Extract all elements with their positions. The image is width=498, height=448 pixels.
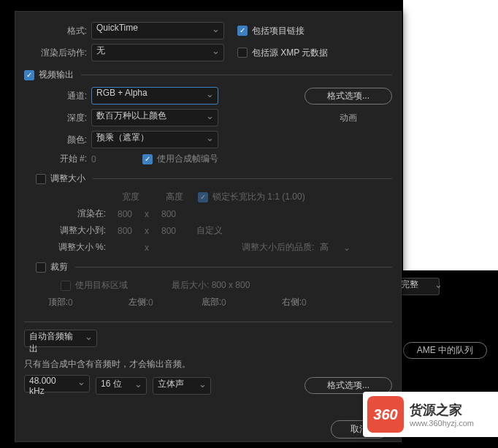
- render-height: 800: [154, 209, 183, 219]
- anim-label: 动画: [304, 112, 392, 124]
- channel-label: 通道:: [24, 90, 91, 102]
- crop-left-value: 0: [148, 297, 170, 308]
- video-output-checkbox[interactable]: [24, 70, 34, 80]
- width-header: 宽度: [116, 191, 145, 203]
- resize-to-label: 调整大小到:: [24, 224, 110, 237]
- crop-top-value: 0: [68, 297, 90, 308]
- lock-aspect-checkbox: [198, 192, 208, 202]
- start-num-value: 0: [91, 154, 113, 164]
- use-comp-frame-checkbox[interactable]: [142, 154, 153, 164]
- output-module-dialog: 格式: QuickTime 包括项目链接 渲染后动作: 无 包括源 XMP 元数…: [15, 11, 402, 442]
- use-target-area-label: 使用目标区域: [75, 279, 128, 292]
- x-sep-3: x: [139, 243, 154, 253]
- depth-label: 深度:: [24, 112, 91, 124]
- crop-checkbox[interactable]: [36, 262, 46, 273]
- crop-top-label: 顶部:: [24, 296, 68, 308]
- include-xmp-label: 包括源 XMP 元数据: [252, 47, 328, 59]
- lock-aspect-label: 锁定长宽比为 1:1 (1.00): [212, 191, 305, 203]
- crop-label: 裁剪: [50, 261, 68, 273]
- color-label: 颜色:: [24, 134, 91, 146]
- watermark-url: www.360hyzj.com: [410, 419, 474, 428]
- resize-height: 800: [154, 226, 183, 236]
- video-format-options-button[interactable]: 格式选项...: [304, 88, 392, 105]
- use-target-area-checkbox: [61, 281, 71, 291]
- bg-full-select[interactable]: 完整: [396, 278, 440, 295]
- audio-channels-select[interactable]: 立体声: [153, 377, 211, 395]
- resize-width: 800: [110, 226, 139, 236]
- audio-mode-select[interactable]: 自动音频输出: [24, 330, 97, 347]
- resize-pct-label: 调整大小 %:: [24, 241, 110, 254]
- crop-bottom-value: 0: [221, 297, 243, 308]
- crop-right-label: 右侧:: [243, 296, 302, 308]
- ame-queue-button[interactable]: AME 中的队列: [403, 342, 487, 359]
- depth-select[interactable]: 数百万种以上颜色: [91, 109, 218, 126]
- crop-right-value: 0: [302, 297, 323, 308]
- x-sep-1: x: [139, 209, 154, 219]
- video-output-label: 视频输出: [39, 69, 74, 81]
- format-label: 格式:: [24, 25, 91, 37]
- resize-quality-value: 高: [320, 241, 329, 254]
- crop-bottom-label: 底部:: [170, 296, 221, 308]
- audio-bit-select[interactable]: 16 位: [96, 377, 147, 395]
- crop-left-label: 左侧:: [90, 296, 148, 308]
- final-size-label: 最后大小: 800 x 800: [172, 279, 250, 292]
- x-sep-2: x: [139, 226, 154, 236]
- color-select[interactable]: 预乘（遮罩）: [91, 131, 218, 148]
- render-width: 800: [110, 209, 139, 219]
- custom-preset: 自定义: [196, 224, 223, 237]
- watermark: 360 货源之家 www.360hyzj.com: [363, 392, 498, 437]
- resize-quality-label: 调整大小后的品质:: [242, 241, 314, 254]
- render-action-label: 渲染后动作:: [24, 47, 91, 59]
- audio-note: 只有当合成中含有音频时，才会输出音频。: [24, 358, 191, 371]
- include-link-checkbox[interactable]: [237, 26, 248, 36]
- preview-area: [403, 0, 498, 270]
- render-at-label: 渲染在:: [24, 208, 110, 220]
- watermark-title: 货源之家: [410, 401, 474, 419]
- height-header: 高度: [160, 191, 189, 203]
- resize-label: 调整大小: [50, 172, 85, 185]
- watermark-badge: 360: [367, 396, 404, 433]
- channel-select[interactable]: RGB + Alpha: [91, 87, 218, 105]
- use-comp-frame-label: 使用合成帧编号: [157, 153, 218, 165]
- include-xmp-checkbox[interactable]: [237, 48, 248, 58]
- audio-rate-select[interactable]: 48.000 kHz: [24, 375, 90, 392]
- format-select[interactable]: QuickTime: [91, 22, 224, 39]
- include-link-label: 包括项目链接: [252, 25, 304, 37]
- resize-checkbox[interactable]: [36, 174, 46, 184]
- start-num-label: 开始 #:: [24, 153, 91, 165]
- render-action-select[interactable]: 无: [91, 44, 224, 61]
